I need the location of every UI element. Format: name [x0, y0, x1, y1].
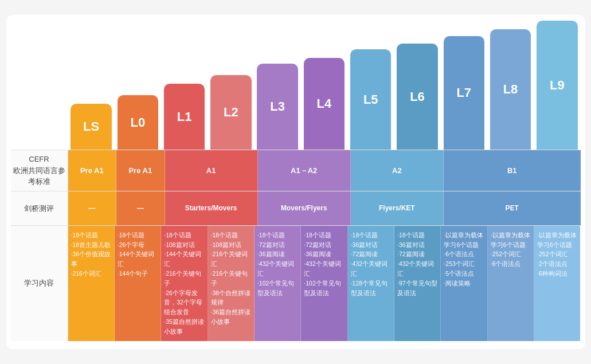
- content-cell-4: ·18个话题 ·72篇对话 ·36篇阅读 ·432个关键词汇 ·102个常见句型…: [255, 226, 301, 341]
- level-col-l5: L5: [347, 49, 394, 150]
- table-area: CEFR 欧洲共同语言参考标准 Pre A1Pre A1A1A1－A2A2B1 …: [11, 150, 581, 340]
- cambridge-row: 剑桥测评 ——Starters/MoversMovers/FlyersFlyer…: [11, 191, 581, 225]
- content-cell-7: ·18个话题 ·36篇对话 ·72篇阅读 ·432个关键词汇 ·97个常见句型及…: [394, 226, 441, 341]
- level-col-l2: L2: [208, 75, 254, 150]
- cefr-cell-3: A1－A2: [258, 150, 351, 191]
- level-bar-l3: L3: [257, 64, 298, 150]
- level-col-l7: L7: [441, 36, 487, 150]
- content-row: 学习内容 ·18个话题 ·18首主题儿歌 ·36个价值观故事 ·216个词汇·1…: [11, 225, 581, 341]
- cambridge-label: 剑桥测评: [11, 191, 68, 225]
- cefr-cell-0: Pre A1: [68, 150, 117, 191]
- cambridge-cell-1: —: [116, 191, 165, 225]
- content-cell-10: ·以篇章为载体学习6个话题 ·252个词汇 ·2个语法点 ·6种构词法: [534, 226, 580, 341]
- level-bar-l6: L6: [397, 44, 438, 150]
- content-cell-0: ·18个话题 ·18首主题儿歌 ·36个价值观故事 ·216个词汇: [68, 226, 115, 341]
- level-col-l3: L3: [255, 64, 301, 150]
- level-col-l8: L8: [487, 29, 534, 150]
- cefr-cell-2: A1: [165, 150, 258, 191]
- levels-row: LSL0L1L2L3L4L5L6L7L8L9: [11, 21, 581, 150]
- cambridge-cell-5: PET: [444, 191, 581, 225]
- level-bar-l2: L2: [210, 75, 252, 150]
- cambridge-cell-2: Starters/Movers: [165, 191, 258, 225]
- content-cell-2: ·18个话题 ·108篇对话 ·144个关键词汇 ·216个关键句子 ·26个字…: [161, 226, 208, 341]
- content-label: 学习内容: [11, 226, 68, 341]
- level-bar-l1: L1: [164, 84, 205, 150]
- cefr-cell-1: Pre A1: [116, 150, 165, 191]
- level-bar-l8: L8: [490, 29, 531, 150]
- level-col-l4: L4: [301, 58, 347, 150]
- content-cell-1: ·18个话题 ·26个字母 ·144个关键词汇 ·144个句子: [115, 226, 161, 341]
- cefr-label: CEFR 欧洲共同语言参考标准: [11, 150, 68, 191]
- level-bar-l4: L4: [304, 58, 345, 150]
- level-col-l9: L9: [534, 21, 580, 150]
- content-cells: ·18个话题 ·18首主题儿歌 ·36个价值观故事 ·216个词汇·18个话题 …: [68, 226, 581, 341]
- content-cell-8: ·以篇章为载体学习6个话题 ·6个语法点 ·253个词汇 ·5个语法点 ·阅读策…: [441, 226, 487, 341]
- content-cell-6: ·18个话题 ·36篇对话 ·72篇阅读 ·432个关键词汇 ·128个常见句型…: [348, 226, 394, 341]
- cambridge-cell-3: Movers/Flyers: [258, 191, 351, 225]
- level-bar-l0: L0: [118, 95, 159, 150]
- content-cell-3: ·18个话题 ·108篇对话 ·216个关键词汇 ·216个关键句子 ·38个自…: [208, 226, 255, 341]
- level-bar-l7: L7: [444, 36, 485, 150]
- cefr-cells: Pre A1Pre A1A1A1－A2A2B1: [68, 150, 581, 191]
- cefr-cell-5: B1: [444, 150, 581, 191]
- content-cell-5: ·18个话题 ·72篇对话 ·36篇阅读 ·432个关键词汇 ·102个常见句型…: [301, 226, 347, 341]
- cefr-cell-4: A2: [351, 150, 444, 191]
- level-col-ls: LS: [68, 104, 115, 150]
- main-container: LSL0L1L2L3L4L5L6L7L8L9 CEFR 欧洲共同语言参考标准 P…: [6, 15, 585, 349]
- cefr-row: CEFR 欧洲共同语言参考标准 Pre A1Pre A1A1A1－A2A2B1: [11, 150, 581, 191]
- level-bar-ls: LS: [71, 104, 112, 150]
- level-bar-l9: L9: [537, 21, 578, 150]
- level-col-l0: L0: [115, 95, 161, 150]
- cambridge-cell-4: Flyers/KET: [351, 191, 444, 225]
- content-cell-9: ·以篇章为载体学习6个话题 ·252个词汇 ·6个语法点: [488, 226, 534, 341]
- level-col-l1: L1: [161, 84, 208, 150]
- level-bar-l5: L5: [350, 49, 392, 150]
- cambridge-cell-0: —: [68, 191, 117, 225]
- level-col-l6: L6: [394, 44, 440, 150]
- cambridge-cells: ——Starters/MoversMovers/FlyersFlyers/KET…: [68, 191, 581, 225]
